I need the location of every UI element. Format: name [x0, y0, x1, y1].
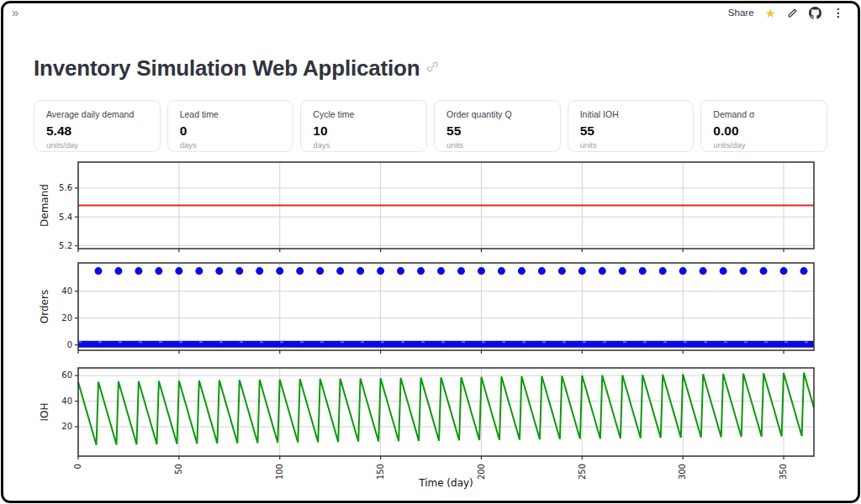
metric-card-demand-sigma: Demand σ 0.00 units/day: [700, 100, 827, 152]
svg-text:0: 0: [67, 340, 72, 349]
app-header: » Share ★ ⋮: [0, 0, 861, 25]
metric-label: Demand σ: [713, 109, 815, 119]
metric-card-initial-ioh: Initial IOH 55 units: [568, 100, 695, 152]
svg-text:20: 20: [61, 422, 72, 431]
metric-unit: units: [580, 140, 682, 150]
svg-text:0: 0: [73, 464, 82, 469]
header-toolbar: Share ★ ⋮: [728, 5, 844, 20]
sidebar-expand-icon[interactable]: »: [12, 5, 18, 19]
metric-value: 55: [580, 123, 682, 138]
metric-value: 55: [446, 123, 548, 138]
metric-label: Order quantity Q: [446, 109, 548, 119]
metric-unit: units: [446, 140, 548, 150]
metric-card-lead-time: Lead time 0 days: [167, 100, 294, 152]
title-row: Inventory Simulation Web Application: [34, 55, 439, 81]
metric-label: Average daily demand: [46, 109, 148, 119]
svg-text:350: 350: [779, 464, 788, 480]
share-button[interactable]: Share: [728, 8, 754, 18]
metric-value: 0.00: [713, 123, 815, 138]
svg-text:60: 60: [61, 370, 72, 380]
metric-label: Lead time: [180, 109, 282, 119]
metric-value: 5.48: [46, 123, 148, 138]
metric-value: 0: [180, 123, 282, 138]
svg-text:Demand: Demand: [39, 184, 50, 227]
svg-text:Time (day): Time (day): [418, 477, 473, 489]
star-icon[interactable]: ★: [765, 7, 776, 19]
svg-text:250: 250: [578, 464, 587, 480]
svg-text:300: 300: [678, 464, 687, 480]
svg-text:200: 200: [477, 464, 486, 480]
svg-text:50: 50: [174, 464, 183, 475]
svg-text:5.6: 5.6: [59, 183, 72, 192]
overflow-menu-icon[interactable]: ⋮: [832, 6, 844, 19]
svg-text:Orders: Orders: [39, 290, 50, 323]
metric-label: Initial IOH: [580, 109, 682, 119]
svg-text:5.2: 5.2: [59, 241, 72, 250]
github-icon[interactable]: [809, 7, 821, 19]
metric-card-order-quantity: Order quantity Q 55 units: [434, 100, 561, 152]
svg-text:IOH: IOH: [39, 402, 50, 421]
metrics-row: Average daily demand 5.48 units/day Lead…: [34, 100, 827, 152]
edit-pencil-icon[interactable]: [787, 8, 798, 18]
metric-card-cycle-time: Cycle time 10 days: [300, 100, 427, 152]
metric-unit: units/day: [713, 140, 815, 150]
metric-value: 10: [313, 123, 415, 138]
metric-label: Cycle time: [313, 109, 415, 119]
svg-text:40: 40: [61, 286, 72, 296]
link-anchor-icon[interactable]: [426, 60, 439, 76]
metric-unit: days: [180, 140, 282, 150]
page-title: Inventory Simulation Web Application: [34, 55, 420, 81]
svg-text:100: 100: [275, 464, 284, 480]
svg-text:40: 40: [61, 396, 72, 406]
metric-unit: days: [313, 140, 415, 150]
svg-text:5.4: 5.4: [59, 213, 72, 222]
svg-text:20: 20: [61, 313, 72, 323]
metric-card-average-daily-demand: Average daily demand 5.48 units/day: [34, 100, 161, 152]
svg-text:150: 150: [376, 464, 385, 480]
metric-unit: units/day: [46, 140, 148, 150]
